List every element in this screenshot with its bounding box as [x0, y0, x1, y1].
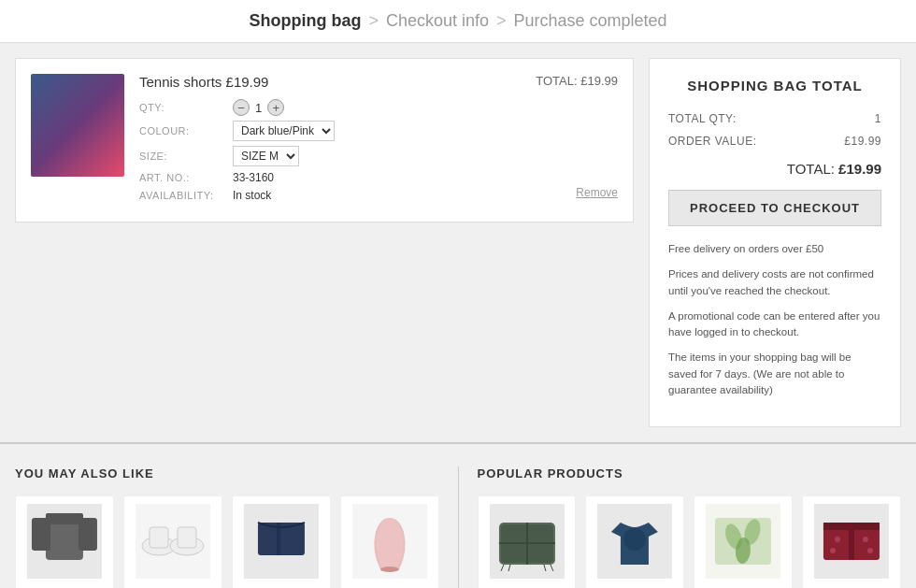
avail-value: In stock — [233, 189, 271, 202]
size-row: SIZE: SIZE M — [139, 146, 491, 166]
popular-title: POPULAR PRODUCTS — [478, 466, 902, 480]
bag-total-title: SHOPPING BAG TOTAL — [668, 78, 881, 93]
pop-product-3[interactable]: Cotton cushi... £6.99 — [694, 495, 793, 588]
bag-total-panel: SHOPPING BAG TOTAL TOTAL QTY: 1 ORDER VA… — [649, 58, 901, 427]
rec-product-2[interactable]: 4-pack traine... £3.99 — [123, 495, 222, 588]
product-image — [31, 74, 124, 177]
qty-label: QTY: — [139, 102, 233, 113]
size-label: SIZE: — [139, 151, 233, 162]
avail-label: AVAILABILITY: — [139, 190, 233, 201]
breadcrumb-shopping-bag[interactable]: Shopping bag — [249, 11, 361, 31]
info-text-1: Free delivery on orders over £50 — [668, 241, 881, 257]
order-value-label: ORDER VALUE: — [668, 135, 756, 148]
grand-total-label: TOTAL: — [787, 161, 835, 177]
recommendations-title: YOU MAY ALSO LIKE — [15, 466, 439, 480]
info-text-2: Prices and delivery costs are not confir… — [668, 266, 881, 299]
order-value-value: £19.99 — [844, 135, 881, 148]
size-select[interactable]: SIZE M — [233, 146, 299, 166]
svg-point-14 — [380, 566, 399, 572]
colour-row: COLOUR: Dark blue/Pink — [139, 121, 491, 141]
pop-product-2[interactable]: T-shirt with a ... £7.99 — [585, 495, 684, 588]
svg-rect-9 — [178, 527, 196, 548]
item-total-col: TOTAL: £19.99 Remove — [506, 74, 618, 207]
rec-product-3-thumb — [240, 504, 322, 579]
rec-product-1[interactable]: Long-sleeved... £7.99 — [15, 495, 114, 588]
main-area: Tennis shorts £19.99 QTY: − 1 + COLOUR: … — [0, 43, 916, 442]
recommendations-grid: Long-sleeved... £7.99 — [15, 495, 439, 588]
breadcrumb-purchase-completed[interactable]: Purchase completed — [514, 11, 667, 31]
svg-rect-7 — [150, 527, 168, 548]
total-qty-row: TOTAL QTY: 1 — [668, 112, 881, 125]
breadcrumb: Shopping bag > Checkout info > Purchase … — [0, 0, 916, 43]
pop-product-3-thumb — [702, 504, 784, 579]
grand-total-value: £19.99 — [838, 161, 881, 177]
recommendations-col: YOU MAY ALSO LIKE Long-sleeved... — [15, 466, 459, 588]
popular-grid: Seat cushion ... £7.99 T — [478, 495, 902, 588]
rec-product-2-thumb — [132, 504, 214, 579]
colour-label: COLOUR: — [139, 125, 233, 136]
artno-row: ART. NO.: 33-3160 — [139, 171, 491, 184]
cart-section: Tennis shorts £19.99 QTY: − 1 + COLOUR: … — [15, 58, 634, 427]
total-qty-label: TOTAL QTY: — [668, 112, 737, 125]
breadcrumb-sep-2: > — [496, 11, 507, 31]
product-name: Tennis shorts £19.99 — [139, 74, 491, 90]
svg-rect-4 — [46, 513, 83, 524]
artno-label: ART. NO.: — [139, 172, 233, 183]
svg-point-38 — [867, 548, 873, 553]
remove-link[interactable]: Remove — [506, 186, 618, 199]
bottom-columns: YOU MAY ALSO LIKE Long-sleeved... — [15, 466, 901, 588]
pop-product-2-thumb — [594, 504, 676, 579]
info-text-3: A promotional code can be entered after … — [668, 308, 881, 341]
pop-product-4[interactable]: 3-pack boxer... £9.99 — [802, 495, 901, 588]
availability-row: AVAILABILITY: In stock — [139, 189, 491, 202]
checkout-button[interactable]: PROCEED TO CHECKOUT — [668, 190, 881, 226]
breadcrumb-checkout-info[interactable]: Checkout info — [386, 11, 489, 31]
item-total-display: TOTAL: £19.99 — [506, 74, 618, 88]
svg-point-35 — [835, 537, 840, 542]
pop-product-4-thumb — [810, 504, 893, 579]
rec-product-4[interactable]: Glass vase £3.99 — [340, 495, 439, 588]
item-total-value: £19.99 — [580, 74, 618, 88]
pop-product-1-thumb — [486, 504, 568, 579]
colour-select[interactable]: Dark blue/Pink — [233, 121, 335, 141]
cart-item-card: Tennis shorts £19.99 QTY: − 1 + COLOUR: … — [15, 58, 634, 222]
qty-row: QTY: − 1 + — [139, 99, 491, 116]
rec-product-4-thumb — [349, 504, 431, 579]
total-qty-value: 1 — [875, 112, 881, 125]
svg-rect-34 — [849, 523, 854, 560]
product-details: Tennis shorts £19.99 QTY: − 1 + COLOUR: … — [139, 74, 491, 207]
svg-point-36 — [863, 537, 868, 542]
qty-increase-button[interactable]: + — [267, 99, 284, 116]
pop-product-1[interactable]: Seat cushion ... £7.99 — [478, 495, 577, 588]
popular-col: POPULAR PRODUCTS — [459, 466, 902, 588]
svg-point-25 — [623, 528, 646, 551]
bottom-section: YOU MAY ALSO LIKE Long-sleeved... — [0, 442, 916, 588]
artno-value: 33-3160 — [233, 171, 274, 184]
qty-decrease-button[interactable]: − — [233, 99, 250, 116]
svg-point-37 — [830, 548, 836, 553]
order-value-row: ORDER VALUE: £19.99 — [668, 135, 881, 148]
breadcrumb-sep-1: > — [368, 11, 379, 31]
qty-control: − 1 + — [233, 99, 284, 116]
qty-value: 1 — [255, 101, 262, 115]
item-total-label: TOTAL: — [536, 74, 577, 88]
rec-product-1-thumb — [23, 504, 106, 579]
grand-total-row: TOTAL: £19.99 — [668, 161, 881, 177]
rec-product-3[interactable]: 3-pack boxer... £9.99 — [232, 495, 331, 588]
info-text-4: The items in your shopping bag will be s… — [668, 350, 881, 398]
